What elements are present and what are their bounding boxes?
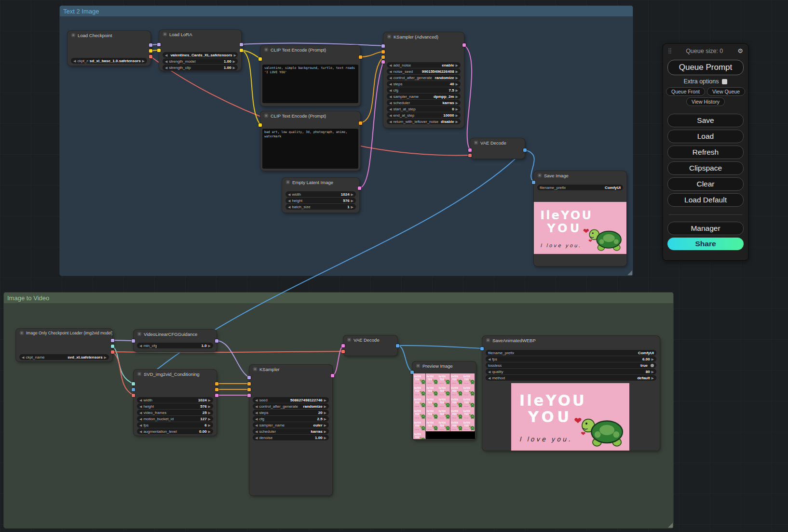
node-load-checkpoint[interactable]: Load Checkpoint◀ckpt_namesd_xl_base_1.0.… xyxy=(68,31,150,66)
node-preview-image[interactable]: Preview Image xyxy=(412,361,476,440)
output-port-image[interactable] xyxy=(523,148,527,152)
decrement-arrow-icon[interactable]: ◀ xyxy=(488,358,490,361)
collapse-dot-icon[interactable] xyxy=(416,364,420,368)
collapse-dot-icon[interactable] xyxy=(538,173,542,177)
node-title[interactable]: CLIP Text Encode (Prompt) xyxy=(260,111,360,120)
widget-augmentation_level[interactable]: ◀augmentation_level0.00▶ xyxy=(137,428,213,434)
increment-arrow-icon[interactable]: ▶ xyxy=(208,399,211,402)
input-port-init_image[interactable] xyxy=(132,388,135,391)
decrement-arrow-icon[interactable]: ◀ xyxy=(255,417,258,421)
decrement-arrow-icon[interactable]: ◀ xyxy=(288,205,290,209)
node-save-image[interactable]: Save Imagefilename_prefixComfyUI xyxy=(534,171,626,266)
input-port-positive[interactable] xyxy=(247,382,251,386)
node-title[interactable]: KSampler (Advanced) xyxy=(383,32,464,41)
increment-arrow-icon[interactable]: ▶ xyxy=(456,82,458,86)
output-port-model[interactable] xyxy=(215,339,218,343)
widget-noise_seed[interactable]: ◀noise_seed990155496226408▶ xyxy=(387,68,461,74)
widget-scheduler[interactable]: ◀schedulerkarras▶ xyxy=(387,100,461,106)
output-port-vae[interactable] xyxy=(111,350,114,354)
input-port-clip_vision[interactable] xyxy=(132,382,135,386)
node-save-animated-webp[interactable]: SaveAnimatedWEBPfilename_prefixComfyUI◀f… xyxy=(482,336,660,451)
decrement-arrow-icon[interactable]: ◀ xyxy=(389,76,392,80)
increment-arrow-icon[interactable]: ▶ xyxy=(233,60,235,63)
collapse-dot-icon[interactable] xyxy=(387,35,391,39)
collapse-dot-icon[interactable] xyxy=(264,48,268,52)
node-title[interactable]: Image Only Checkpoint Loader (img2vid mo… xyxy=(16,329,112,337)
load-default-button[interactable]: Load Default xyxy=(667,193,744,207)
increment-arrow-icon[interactable]: ▶ xyxy=(324,399,326,402)
prompt-text-widget[interactable]: valentine, simple background, turtle, te… xyxy=(262,65,358,103)
decrement-arrow-icon[interactable]: ◀ xyxy=(139,424,142,427)
widget-width[interactable]: ◀width1024▶ xyxy=(137,397,213,403)
increment-arrow-icon[interactable]: ▶ xyxy=(104,356,107,359)
node-ksampler[interactable]: KSampler◀seed508627498122746▶◀control_af… xyxy=(249,365,332,495)
increment-arrow-icon[interactable]: ▶ xyxy=(208,424,211,427)
output-port-vae[interactable] xyxy=(149,55,152,58)
widget-end_at_step[interactable]: ◀end_at_step10000▶ xyxy=(387,112,461,118)
node-title[interactable]: Load Checkpoint xyxy=(68,31,150,40)
increment-arrow-icon[interactable]: ▶ xyxy=(208,344,211,347)
queue-front-button[interactable]: Queue Front xyxy=(666,87,705,96)
output-port-latent[interactable] xyxy=(462,43,466,47)
output-port-model[interactable] xyxy=(149,43,152,47)
output-port-negative[interactable] xyxy=(215,388,218,391)
output-port-conditioning[interactable] xyxy=(359,55,362,59)
collapse-dot-icon[interactable] xyxy=(71,33,75,37)
node-vae-decode-top[interactable]: VAE Decode xyxy=(470,138,525,159)
increment-arrow-icon[interactable]: ▶ xyxy=(456,107,458,111)
widget-control_after_generate[interactable]: ◀control_after_generaterandomize▶ xyxy=(387,75,461,80)
decrement-arrow-icon[interactable]: ◀ xyxy=(165,60,167,63)
decrement-arrow-icon[interactable]: ◀ xyxy=(73,59,76,63)
decrement-arrow-icon[interactable]: ◀ xyxy=(389,114,392,117)
input-port-negative[interactable] xyxy=(381,55,385,59)
clipspace-button[interactable]: Clipspace xyxy=(667,161,744,175)
increment-arrow-icon[interactable]: ▶ xyxy=(456,95,458,98)
output-port-clip[interactable] xyxy=(149,49,152,53)
input-port-vae[interactable] xyxy=(341,350,345,353)
increment-arrow-icon[interactable]: ▶ xyxy=(351,199,353,202)
input-port-model[interactable] xyxy=(132,339,135,343)
increment-arrow-icon[interactable]: ▶ xyxy=(652,376,654,380)
decrement-arrow-icon[interactable]: ◀ xyxy=(488,376,490,380)
input-port-images[interactable] xyxy=(480,347,484,350)
widget-start_at_step[interactable]: ◀start_at_step0▶ xyxy=(387,106,461,112)
extra-options-checkbox[interactable] xyxy=(722,79,727,84)
input-port-clip[interactable] xyxy=(258,123,262,127)
increment-arrow-icon[interactable]: ▶ xyxy=(324,411,326,414)
settings-gear-icon[interactable]: ⚙ xyxy=(737,47,743,54)
widget-seed[interactable]: ◀seed508627498122746▶ xyxy=(253,397,329,403)
increment-arrow-icon[interactable]: ▶ xyxy=(233,66,235,69)
decrement-arrow-icon[interactable]: ◀ xyxy=(139,344,142,347)
group-image2video-header[interactable]: Image to Video xyxy=(4,293,673,303)
widget-return_with_leftover_noise[interactable]: ◀return_with_leftover_noisedisable▶ xyxy=(387,119,461,124)
node-title[interactable]: Empty Latent Image xyxy=(282,178,359,186)
decrement-arrow-icon[interactable]: ◀ xyxy=(389,89,392,92)
decrement-arrow-icon[interactable]: ◀ xyxy=(389,70,392,73)
decrement-arrow-icon[interactable]: ◀ xyxy=(22,356,24,359)
view-queue-button[interactable]: View Queue xyxy=(707,87,745,96)
input-port-samples[interactable] xyxy=(468,148,472,152)
input-port-positive[interactable] xyxy=(381,50,385,53)
increment-arrow-icon[interactable]: ▶ xyxy=(456,70,458,73)
widget-fps[interactable]: ◀fps6.00▶ xyxy=(486,356,656,362)
increment-arrow-icon[interactable]: ▶ xyxy=(324,405,326,408)
decrement-arrow-icon[interactable]: ◀ xyxy=(389,82,392,86)
output-port-latent[interactable] xyxy=(358,186,361,190)
node-title[interactable]: Preview Image xyxy=(412,361,476,370)
node-clip-text-encode-negative[interactable]: CLIP Text Encode (Prompt)bad art, low qu… xyxy=(260,111,360,171)
node-title[interactable]: VAE Decode xyxy=(343,335,397,344)
widget-video_frames[interactable]: ◀video_frames25▶ xyxy=(137,410,213,415)
increment-arrow-icon[interactable]: ▶ xyxy=(142,59,145,63)
increment-arrow-icon[interactable]: ▶ xyxy=(324,424,326,427)
node-title[interactable]: SaveAnimatedWEBP xyxy=(482,336,660,345)
node-graph-canvas[interactable]: Text 2 Image Image to Video xyxy=(0,0,788,532)
queue-prompt-button[interactable]: Queue Prompt xyxy=(667,60,744,75)
input-port-model[interactable] xyxy=(381,44,385,48)
widget-ckpt_name[interactable]: ◀ckpt_namesvd_xt.safetensors▶ xyxy=(19,354,109,360)
collapse-dot-icon[interactable] xyxy=(253,367,257,371)
node-title[interactable]: VAE Decode xyxy=(470,138,525,147)
decrement-arrow-icon[interactable]: ◀ xyxy=(288,199,290,202)
input-port-model[interactable] xyxy=(247,376,251,379)
decrement-arrow-icon[interactable]: ◀ xyxy=(288,193,290,196)
node-title[interactable]: Load LoRA xyxy=(159,30,241,39)
